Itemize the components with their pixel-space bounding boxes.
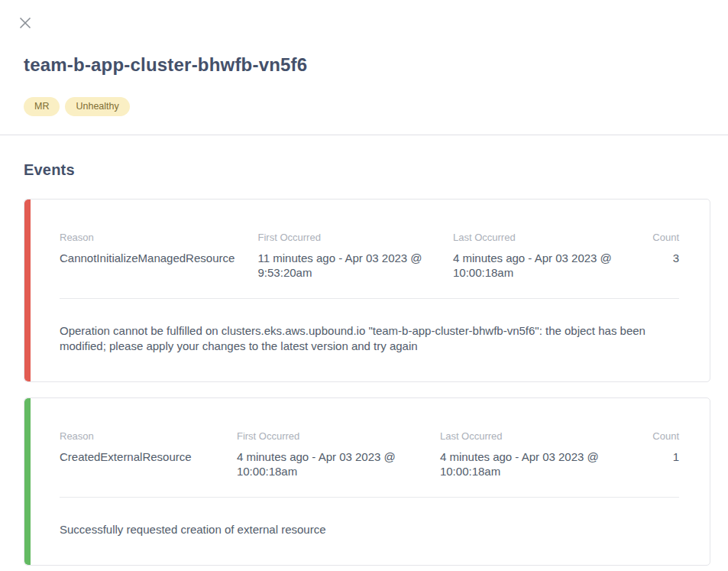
event-count-value: 1 [633,449,679,464]
events-list: Reason CannotInitializeManagedResource F… [24,199,710,566]
event-count-cell: Count 1 [633,430,679,479]
event-first-occurred-value: 11 minutes ago - Apr 03 2023 @ 9:53:20am [258,251,442,280]
event-message: Operation cannot be fulfilled on cluster… [60,323,679,354]
event-reason-cell: Reason CreatedExternalResource [60,430,237,479]
event-count-value: 3 [633,251,679,265]
event-first-occurred-value: 4 minutes ago - Apr 03 2023 @ 10:00:18am [237,449,429,479]
event-table: Reason CannotInitializeManagedResource F… [60,232,679,280]
status-badge-mr: MR [24,97,60,116]
card-divider [60,497,679,498]
column-header-first-occurred: First Occurred [258,232,442,244]
event-card-error: Reason CannotInitializeManagedResource F… [24,199,710,382]
event-reason-cell: Reason CannotInitializeManagedResource [60,232,258,280]
badge-row: MR Unhealthy [24,97,728,116]
event-first-occurred-cell: First Occurred 11 minutes ago - Apr 03 2… [258,232,453,280]
event-last-occurred-value: 4 minutes ago - Apr 03 2023 @ 10:00:18am [440,449,623,479]
event-last-occurred-cell: Last Occurred 4 minutes ago - Apr 03 202… [440,430,633,479]
column-header-count: Count [633,232,679,244]
page-title: team-b-app-cluster-bhwfb-vn5f6 [24,55,704,74]
event-message: Successfully requested creation of exter… [60,522,679,537]
events-section-heading: Events [24,161,728,179]
event-first-occurred-cell: First Occurred 4 minutes ago - Apr 03 20… [237,430,440,479]
close-icon[interactable] [18,16,32,30]
event-table: Reason CreatedExternalResource First Occ… [60,430,679,479]
status-badge-unhealthy: Unhealthy [65,97,129,116]
event-card-success: Reason CreatedExternalResource First Occ… [24,397,710,566]
card-divider [60,298,679,299]
column-header-last-occurred: Last Occurred [453,232,623,244]
column-header-first-occurred: First Occurred [237,430,429,443]
event-count-cell: Count 3 [633,232,679,280]
column-header-reason: Reason [60,232,248,244]
column-header-last-occurred: Last Occurred [440,430,623,443]
event-last-occurred-cell: Last Occurred 4 minutes ago - Apr 03 202… [453,232,633,280]
column-header-reason: Reason [60,430,226,443]
column-header-count: Count [633,430,679,443]
event-last-occurred-value: 4 minutes ago - Apr 03 2023 @ 10:00:18am [453,251,623,280]
header-divider [0,135,728,135]
success-accent-bar [24,398,31,565]
event-reason-value: CreatedExternalResource [60,449,226,464]
event-reason-value: CannotInitializeManagedResource [60,251,248,265]
error-accent-bar [24,200,31,381]
resource-detail-drawer: team-b-app-cluster-bhwfb-vn5f6 MR Unheal… [0,0,728,571]
